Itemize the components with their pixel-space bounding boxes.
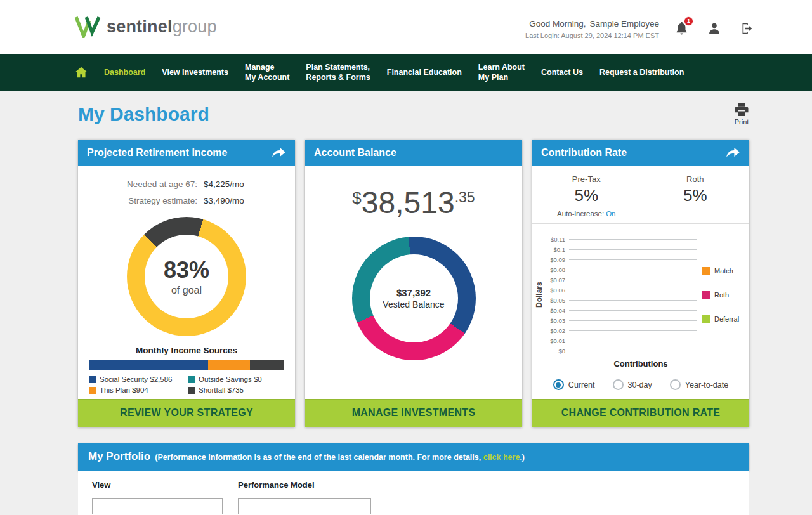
home-icon[interactable] [75, 67, 88, 78]
portfolio-subtitle-end: .) [520, 453, 525, 462]
nav-label: Reports & Forms [306, 72, 370, 82]
goal-donut: 83% of goal [127, 217, 246, 336]
profile-button[interactable] [708, 22, 721, 35]
bar-segment [89, 360, 208, 370]
legend-swatch [702, 291, 710, 299]
gridline [569, 259, 697, 260]
radio-30-day[interactable]: 30-day [613, 379, 652, 390]
y-tick: $0.11 [545, 236, 569, 243]
legend-label: Deferral [714, 315, 739, 323]
y-tick: $0.07 [545, 277, 569, 284]
retirement-income-card: Projected Retirement Income Needed at ag… [78, 140, 295, 427]
grid-row: $0 [545, 346, 697, 356]
nav-label: My Plan [478, 72, 525, 82]
nav-label: Plan Statements, [306, 62, 370, 72]
gridline [569, 270, 697, 270]
legend-item: Match [702, 267, 744, 275]
nav-item-contact-us[interactable]: Contact Us [541, 67, 583, 77]
share-arrow-icon[interactable] [272, 148, 286, 158]
grid-row: $0.03 [545, 315, 697, 325]
performance-model-label: Performance Model [238, 480, 371, 490]
nav-item-learn-about-my-plan[interactable]: Learn AboutMy Plan [478, 62, 525, 83]
view-label: View [92, 480, 238, 490]
model-column: Performance Model [238, 480, 371, 515]
radio-current[interactable]: Current [553, 379, 595, 390]
y-tick: $0.02 [545, 327, 569, 334]
grid-row: $0.08 [545, 264, 697, 275]
legend-swatch [188, 376, 195, 383]
nav-item-request-distribution[interactable]: Request a Distribution [599, 67, 684, 77]
gridline [569, 320, 697, 321]
balance-donut: $37,392 Vested Balance [352, 237, 476, 360]
pretax-label: Pre-Tax [532, 174, 641, 184]
gridline [569, 300, 697, 301]
goal-donut-center: 83% of goal [145, 235, 228, 318]
page-title: My Dashboard [78, 103, 209, 125]
company-logo[interactable]: sentinelgroup [73, 16, 217, 38]
period-radios: Current 30-day Year-to-date [532, 379, 749, 399]
vested-balance-value: $37,392 [396, 287, 431, 298]
balance-whole: 38,513 [362, 186, 455, 219]
rates-section: Pre-Tax 5% Auto-increase:On Roth 5% [532, 166, 749, 224]
needed-label: Needed at age 67: [101, 179, 197, 189]
portfolio-title: My Portfolio [88, 450, 150, 463]
auto-increase: Auto-increase:On [532, 210, 641, 218]
dashboard-cards: Projected Retirement Income Needed at ag… [78, 140, 749, 427]
nav-item-financial-education[interactable]: Financial Education [387, 67, 462, 77]
legend-label: Match [714, 267, 733, 275]
view-dropdown[interactable] [92, 498, 223, 514]
notification-badge: 1 [684, 16, 693, 26]
nav-label: Request a Distribution [599, 67, 684, 77]
portfolio-subtitle-text: (Performance information is as of the en… [155, 453, 483, 462]
last-login: Last Login: August 29, 2024 12:14 PM EST [525, 32, 659, 39]
person-icon [708, 22, 721, 35]
change-contribution-button[interactable]: CHANGE CONTRIBUTION RATE [532, 399, 749, 427]
nav-label: Financial Education [387, 67, 462, 77]
grid-row: $0.07 [545, 275, 697, 285]
legend-swatch [702, 315, 710, 323]
logout-button[interactable] [741, 22, 754, 35]
contribution-card-body: Pre-Tax 5% Auto-increase:On Roth 5% Doll… [532, 166, 749, 399]
radio-label: Current [568, 381, 595, 389]
contribution-grid: $0.11$0.1$0.09$0.08$0.07$0.06$0.05$0.04$… [545, 234, 697, 356]
view-column: View [92, 480, 238, 515]
grid-row: $0.11 [545, 234, 697, 244]
header-icons: 1 [676, 15, 754, 36]
strategy-row: Strategy estimate: $3,490/mo [78, 196, 295, 205]
pretax-column: Pre-Tax 5% Auto-increase:On [532, 166, 641, 223]
strategy-label: Strategy estimate: [101, 196, 197, 205]
radio-label: 30-day [628, 381, 652, 389]
retirement-card-body: Needed at age 67: $4,225/mo Strategy est… [78, 166, 295, 399]
header-right: Good Morning,Sample Employee Last Login:… [525, 15, 754, 39]
y-tick: $0 [545, 348, 569, 355]
grid-row: $0.06 [545, 285, 697, 295]
share-arrow-icon[interactable] [726, 148, 740, 158]
notifications-button[interactable]: 1 [676, 22, 688, 36]
nav-item-manage-my-account[interactable]: ManageMy Account [245, 62, 289, 83]
portfolio-subtitle: (Performance information is as of the en… [155, 453, 525, 462]
legend-item: Roth [702, 291, 744, 299]
radio-dot[interactable] [553, 379, 564, 390]
radio-year-to-date[interactable]: Year-to-date [670, 379, 728, 390]
click-here-link[interactable]: click here [483, 453, 520, 462]
nav-item-view-investments[interactable]: View Investments [162, 67, 228, 77]
radio-dot[interactable] [670, 379, 681, 390]
retirement-card-header: Projected Retirement Income [78, 140, 295, 166]
print-button[interactable]: Print [734, 103, 749, 126]
manage-investments-button[interactable]: MANAGE INVESTMENTS [305, 399, 522, 427]
contribution-card-header: Contribution Rate [532, 140, 749, 166]
nav-label: My Account [245, 72, 289, 82]
review-strategy-button[interactable]: REVIEW YOUR STRATEGY [78, 399, 295, 427]
goal-percent: 83% [164, 257, 209, 284]
nav-item-plan-statements[interactable]: Plan Statements,Reports & Forms [306, 62, 370, 83]
y-tick: $0.08 [545, 266, 569, 273]
retirement-card-title: Projected Retirement Income [87, 147, 227, 159]
performance-model-dropdown[interactable] [238, 498, 371, 514]
needed-row: Needed at age 67: $4,225/mo [78, 179, 295, 189]
radio-dot[interactable] [613, 379, 624, 390]
balance-card-body: $38,513.35 $37,392 Vested Balance [305, 166, 522, 399]
nav-item-dashboard[interactable]: Dashboard [104, 67, 145, 77]
logo-text-secondary: group [173, 17, 217, 36]
roth-column: Roth 5% [641, 166, 750, 223]
nav-label: View Investments [162, 67, 228, 77]
